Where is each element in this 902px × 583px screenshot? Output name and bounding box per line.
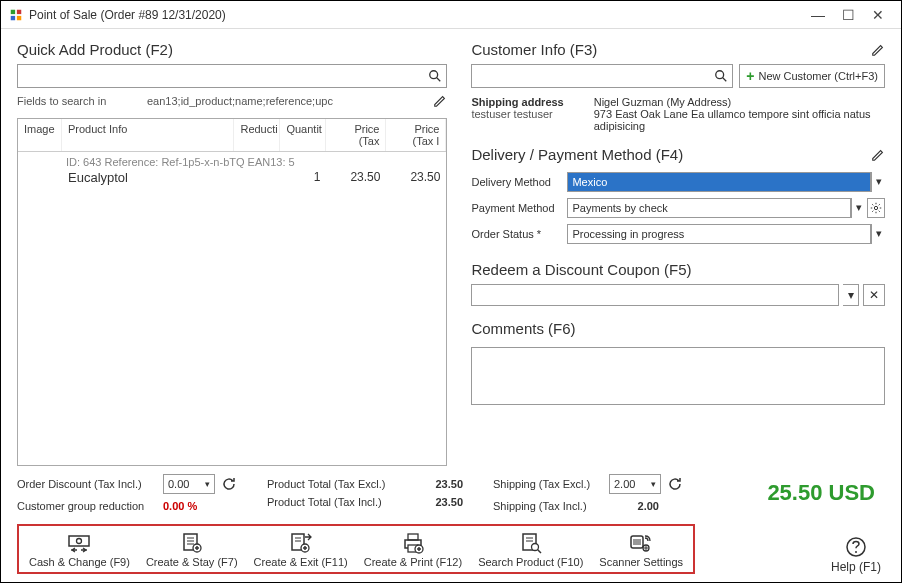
grand-total: 25.50 USD — [767, 480, 885, 506]
payment-method-value: Payments by check — [572, 202, 667, 214]
create-stay-label: Create & Stay (F7) — [146, 556, 238, 568]
new-customer-label: New Customer (Ctrl+F3) — [759, 70, 879, 82]
customer-search[interactable] — [471, 64, 733, 88]
search-icon[interactable] — [714, 69, 728, 83]
cash-change-label: Cash & Change (F9) — [29, 556, 130, 568]
shipping-input[interactable]: 2.00▾ — [609, 474, 661, 494]
help-button[interactable]: Help (F1) — [831, 536, 885, 574]
col-product-info[interactable]: Product Info — [62, 119, 234, 151]
prod-total-excl-value: 23.50 — [413, 478, 463, 490]
create-print-label: Create & Print (F12) — [364, 556, 462, 568]
doc-search-icon — [518, 532, 544, 554]
col-reduction[interactable]: Reducti — [234, 119, 280, 151]
create-print-button[interactable]: Create & Print (F12) — [364, 532, 462, 568]
scanner-icon — [628, 532, 654, 554]
svg-rect-9 — [69, 536, 89, 546]
fields-label: Fields to search in — [17, 95, 147, 107]
quick-add-input[interactable] — [22, 69, 424, 83]
order-status-value: Processing in progress — [572, 228, 684, 240]
order-status-label: Order Status * — [471, 228, 567, 240]
shipping-user: testuser testuser — [471, 108, 563, 120]
svg-point-33 — [531, 544, 538, 551]
col-price-tax-incl[interactable]: Price (Tax I — [386, 119, 446, 151]
shipping-incl-label: Shipping (Tax Incl.) — [493, 500, 603, 512]
col-quantity[interactable]: Quantit — [280, 119, 326, 151]
shipping-excl-label: Shipping (Tax Excl.) — [493, 478, 603, 490]
svg-point-42 — [855, 551, 857, 553]
delivery-payment-title: Delivery / Payment Method (F4) — [471, 146, 683, 163]
doc-plus-icon — [179, 532, 205, 554]
cash-change-button[interactable]: Cash & Change (F9) — [29, 532, 130, 568]
col-image[interactable]: Image — [18, 119, 62, 151]
shipping-incl-value: 2.00 — [609, 500, 659, 512]
row-meta: ID: 643 Reference: Ref-1p5-x-n-bTQ EAN13… — [18, 154, 446, 168]
svg-line-7 — [723, 78, 727, 82]
new-customer-button[interactable]: + New Customer (Ctrl+F3) — [739, 64, 885, 88]
refresh-icon[interactable] — [667, 476, 683, 492]
svg-line-5 — [437, 78, 441, 82]
comments-title: Comments (F6) — [471, 320, 575, 337]
svg-rect-0 — [11, 9, 15, 13]
plus-icon: + — [746, 68, 754, 84]
help-label: Help (F1) — [831, 560, 881, 574]
row-qty: 1 — [274, 170, 320, 185]
scanner-settings-button[interactable]: Scanner Settings — [599, 532, 683, 568]
pencil-icon[interactable] — [871, 148, 885, 162]
cust-reduction-label: Customer group reduction — [17, 500, 157, 512]
app-icon — [9, 8, 23, 22]
close-button[interactable]: ✕ — [863, 7, 893, 23]
svg-rect-2 — [11, 15, 15, 19]
svg-line-34 — [537, 550, 541, 554]
svg-rect-35 — [631, 536, 643, 548]
chevron-down-icon[interactable]: ▾ — [871, 224, 885, 244]
table-row[interactable]: ID: 643 Reference: Ref-1p5-x-n-bTQ EAN13… — [18, 152, 446, 189]
customer-info-title: Customer Info (F3) — [471, 41, 597, 58]
prod-total-incl-label: Product Total (Tax Incl.) — [267, 496, 407, 508]
coupon-clear-button[interactable]: ✕ — [863, 284, 885, 306]
minimize-button[interactable]: — — [803, 7, 833, 23]
chevron-down-icon[interactable]: ▾ — [843, 284, 859, 306]
payment-settings-button[interactable] — [867, 198, 885, 218]
coupon-title: Redeem a Discount Coupon (F5) — [471, 261, 691, 278]
cash-icon — [66, 532, 92, 554]
fields-value: ean13;id_product;name;reference;upc — [147, 95, 433, 107]
svg-point-10 — [77, 539, 82, 544]
create-exit-label: Create & Exit (F11) — [254, 556, 348, 568]
row-price-excl: 23.50 — [320, 170, 380, 185]
quick-add-title: Quick Add Product (F2) — [17, 41, 173, 58]
cust-reduction-value: 0.00 % — [163, 500, 197, 512]
quick-add-search[interactable] — [17, 64, 447, 88]
titlebar: Point of Sale (Order #89 12/31/2020) — ☐… — [1, 1, 901, 29]
svg-rect-1 — [17, 9, 21, 13]
delivery-method-value: Mexico — [572, 176, 607, 188]
create-exit-button[interactable]: Create & Exit (F11) — [254, 532, 348, 568]
svg-point-8 — [874, 206, 877, 209]
col-price-tax-excl[interactable]: Price (Tax — [326, 119, 386, 151]
order-status-select[interactable]: Processing in progress — [567, 224, 871, 244]
search-product-button[interactable]: Search Product (F10) — [478, 532, 583, 568]
prod-total-incl-value: 23.50 — [413, 496, 463, 508]
chevron-down-icon[interactable]: ▾ — [871, 172, 885, 192]
gear-icon — [870, 202, 882, 214]
payment-method-select[interactable]: Payments by check — [567, 198, 851, 218]
payment-method-label: Payment Method — [471, 202, 567, 214]
order-discount-input[interactable]: 0.00▾ — [163, 474, 215, 494]
pencil-icon[interactable] — [871, 43, 885, 57]
pencil-icon[interactable] — [433, 94, 447, 108]
search-icon[interactable] — [428, 69, 442, 83]
chevron-down-icon[interactable]: ▾ — [851, 198, 865, 218]
svg-point-4 — [430, 71, 438, 79]
maximize-button[interactable]: ☐ — [833, 7, 863, 23]
customer-search-input[interactable] — [476, 69, 710, 83]
comments-textarea[interactable] — [471, 347, 885, 405]
delivery-method-label: Delivery Method — [471, 176, 567, 188]
svg-rect-25 — [408, 534, 418, 540]
create-stay-button[interactable]: Create & Stay (F7) — [146, 532, 238, 568]
coupon-input[interactable] — [471, 284, 839, 306]
prod-total-excl-label: Product Total (Tax Excl.) — [267, 478, 407, 490]
printer-icon — [400, 532, 426, 554]
grid-header: Image Product Info Reducti Quantit Price… — [18, 119, 446, 152]
refresh-icon[interactable] — [221, 476, 237, 492]
window-title: Point of Sale (Order #89 12/31/2020) — [29, 8, 803, 22]
delivery-method-select[interactable]: Mexico — [567, 172, 871, 192]
